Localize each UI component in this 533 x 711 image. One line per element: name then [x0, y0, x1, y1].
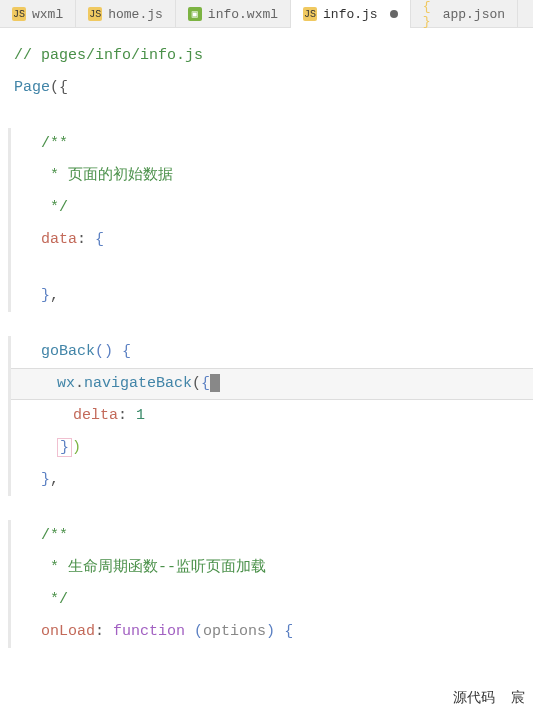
punct: (	[192, 375, 201, 392]
footer-watermark: 源代码 宸	[441, 689, 525, 707]
paren: )	[72, 439, 81, 456]
comment: * 生命周期函数--监听页面加载	[41, 559, 266, 576]
cursor-icon	[210, 374, 220, 392]
tab-label: info.js	[323, 7, 378, 22]
identifier: Page	[14, 79, 50, 96]
brace: {	[95, 231, 104, 248]
property: delta	[73, 407, 118, 424]
js-icon: JS	[12, 7, 26, 21]
footer-right: 宸	[511, 689, 525, 705]
tab-label: info.wxml	[208, 7, 278, 22]
tab-wxml[interactable]: JS wxml	[0, 0, 76, 28]
punct: :	[95, 623, 113, 640]
property: onLoad	[41, 623, 95, 640]
js-icon: JS	[303, 7, 317, 21]
method: goBack	[41, 343, 95, 360]
punct: ({	[50, 79, 68, 96]
modified-indicator-icon	[390, 10, 398, 18]
brace: }	[41, 471, 50, 488]
code-editor[interactable]: // pages/info/info.js Page({ /** * 页面的初始…	[0, 28, 533, 660]
tab-label: app.json	[443, 7, 505, 22]
footer-left: 源代码	[453, 689, 495, 705]
parens: ()	[95, 343, 113, 360]
paren: )	[266, 623, 275, 640]
number: 1	[136, 407, 145, 424]
keyword: function	[113, 623, 185, 640]
tab-app-json[interactable]: { } app.json	[411, 0, 518, 28]
punct: ,	[50, 287, 59, 304]
method: navigateBack	[84, 375, 192, 392]
tab-bar: JS wxml JS home.js ▣ info.wxml JS info.j…	[0, 0, 533, 28]
tab-label: home.js	[108, 7, 163, 22]
paren: (	[194, 623, 203, 640]
punct: ,	[50, 471, 59, 488]
comment: */	[41, 591, 68, 608]
brace: }	[41, 287, 50, 304]
brace: {	[201, 375, 210, 392]
comment: /**	[41, 135, 68, 152]
comment: // pages/info/info.js	[14, 47, 203, 64]
tab-info-wxml[interactable]: ▣ info.wxml	[176, 0, 291, 28]
tab-label: wxml	[32, 7, 63, 22]
param: options	[203, 623, 266, 640]
tab-home-js[interactable]: JS home.js	[76, 0, 176, 28]
identifier: wx	[57, 375, 75, 392]
brace: }	[60, 439, 69, 456]
comment: * 页面的初始数据	[41, 167, 173, 184]
punct: .	[75, 375, 84, 392]
brace: {	[284, 623, 293, 640]
property: data	[41, 231, 77, 248]
wxml-icon: ▣	[188, 7, 202, 21]
tab-info-js[interactable]: JS info.js	[291, 0, 411, 28]
comment: */	[41, 199, 68, 216]
comment: /**	[41, 527, 68, 544]
punct: :	[77, 231, 95, 248]
json-icon: { }	[423, 7, 437, 21]
punct: :	[118, 407, 136, 424]
js-icon: JS	[88, 7, 102, 21]
brace: {	[122, 343, 131, 360]
